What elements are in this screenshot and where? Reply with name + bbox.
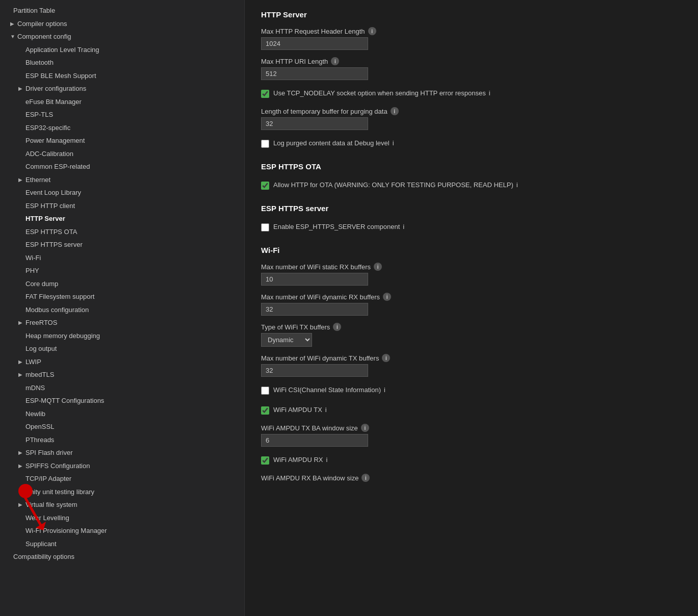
max-uri-length-info-icon[interactable]: i [331, 57, 339, 65]
sidebar-item-esp-tls[interactable]: ESP-TLS [0, 108, 244, 121]
temp-buffer-info-icon[interactable]: i [391, 107, 399, 115]
sidebar-item-heap-memory-debugging[interactable]: Heap memory debugging [0, 329, 244, 343]
sidebar-label-mdns: mDNS [25, 383, 240, 393]
sidebar-label-compatibility-options: Compatibility options [13, 552, 240, 562]
sidebar-item-component-config[interactable]: ▼Component config [0, 30, 244, 43]
wifi-ampdu-rx-ba-label: WiFi AMPDU RX BA window size i [261, 474, 682, 482]
sidebar-item-compiler-options[interactable]: ▶Compiler options [0, 17, 244, 31]
tcp-nodelay-info-icon[interactable]: i [489, 89, 490, 97]
sidebar-item-spi-flash-driver[interactable]: ▶SPI Flash driver [0, 446, 244, 459]
sidebar-item-openssl[interactable]: OpenSSL [0, 420, 244, 433]
max-uri-length-input[interactable] [261, 67, 368, 80]
sidebar-item-fat-filesystem[interactable]: FAT Filesystem support [0, 290, 244, 303]
sidebar-item-newlib[interactable]: Newlib [0, 407, 244, 421]
log-purged-row: Log purged content data at Debug level i [261, 137, 682, 150]
sidebar-item-esp-https-ota[interactable]: ESP HTTPS OTA [0, 225, 244, 239]
sidebar-item-event-loop-library[interactable]: Event Loop Library [0, 186, 244, 199]
esp-https-ota-title: ESP HTTPS OTA [261, 162, 682, 171]
sidebar-item-mdns[interactable]: mDNS [0, 381, 244, 395]
wifi-title: Wi-Fi [261, 246, 682, 254]
sidebar-item-http-server[interactable]: HTTP Server [0, 212, 244, 225]
log-purged-info-icon[interactable]: i [393, 139, 394, 147]
arrow-icon-spiffs-configuration: ▶ [18, 462, 25, 470]
max-static-rx-field: Max number of WiFi static RX buffers i [261, 263, 682, 286]
sidebar-item-mbedtls[interactable]: ▶mbedTLS [0, 368, 244, 381]
max-dynamic-tx-input[interactable] [261, 364, 368, 377]
esp-https-server-title: ESP HTTPS server [261, 204, 682, 213]
sidebar-item-esp-mqtt[interactable]: ESP-MQTT Configurations [0, 394, 244, 407]
temp-buffer-input[interactable] [261, 117, 368, 130]
enable-https-server-row: Enable ESP_HTTPS_SERVER component i [261, 221, 682, 234]
wifi-ampdu-tx-checkbox[interactable] [261, 406, 269, 415]
sidebar-item-compatibility-options[interactable]: Compatibility options [0, 550, 244, 563]
sidebar-label-esp-https-server: ESP HTTPS server [25, 240, 240, 250]
sidebar-item-supplicant[interactable]: Supplicant [0, 537, 244, 551]
type-tx-field: Type of WiFi TX buffers i Dynamic Static [261, 323, 682, 347]
sidebar-label-wifi-provisioning-manager: Wi-Fi Provisioning Manager [25, 526, 240, 536]
sidebar-item-wi-fi[interactable]: Wi-Fi [0, 251, 244, 265]
sidebar-item-modbus-configuration[interactable]: Modbus configuration [0, 303, 244, 317]
max-static-rx-info-icon[interactable]: i [374, 263, 382, 271]
sidebar-item-core-dump[interactable]: Core dump [0, 277, 244, 291]
sidebar-item-wifi-provisioning-manager[interactable]: Wi-Fi Provisioning Manager [0, 524, 244, 537]
sidebar-label-spiffs-configuration: SPIFFS Configuration [25, 461, 240, 471]
sidebar-item-bluetooth[interactable]: Bluetooth [0, 56, 244, 69]
type-tx-info-icon[interactable]: i [333, 323, 341, 331]
sidebar-label-common-esp-related: Common ESP-related [25, 162, 240, 172]
sidebar-item-unity-unit-testing[interactable]: Unity unit testing library [0, 485, 244, 499]
sidebar-item-tcp-ip-adapter[interactable]: TCP/IP Adapter [0, 472, 244, 485]
allow-http-info-icon[interactable]: i [516, 181, 518, 189]
sidebar-item-common-esp-related[interactable]: Common ESP-related [0, 160, 244, 173]
sidebar-item-lwip[interactable]: ▶LWIP [0, 355, 244, 369]
wifi-ampdu-tx-info-icon[interactable]: i [325, 406, 327, 414]
sidebar-label-heap-memory-debugging: Heap memory debugging [25, 331, 240, 341]
enable-https-server-info-icon[interactable]: i [403, 223, 404, 230]
arrow-icon-virtual-file-system: ▶ [18, 501, 25, 508]
sidebar-item-freertos[interactable]: ▶FreeRTOS [0, 316, 244, 329]
type-tx-select[interactable]: Dynamic Static [261, 333, 312, 347]
temp-buffer-field: Length of temporary buffer for purging d… [261, 107, 682, 130]
sidebar-item-phy[interactable]: PHY [0, 264, 244, 277]
sidebar-item-spiffs-configuration[interactable]: ▶SPIFFS Configuration [0, 459, 244, 473]
wifi-ampdu-tx-ba-field: WiFi AMPDU TX BA window size i [261, 424, 682, 447]
sidebar-item-virtual-file-system[interactable]: ▶Virtual file system [0, 498, 244, 511]
wifi-ampdu-rx-checkbox[interactable] [261, 456, 269, 465]
arrow-icon-mbedtls: ▶ [18, 371, 25, 378]
max-header-length-input[interactable] [261, 37, 368, 50]
sidebar-item-driver-configurations[interactable]: ▶Driver configurations [0, 82, 244, 95]
wifi-ampdu-tx-ba-info-icon[interactable]: i [361, 424, 369, 432]
log-purged-checkbox[interactable] [261, 140, 269, 148]
tcp-nodelay-checkbox[interactable] [261, 90, 269, 98]
enable-https-server-checkbox[interactable] [261, 223, 269, 232]
sidebar-item-log-output[interactable]: Log output [0, 342, 244, 355]
wifi-ampdu-tx-row: WiFi AMPDU TX i [261, 404, 682, 417]
sidebar-item-adc-calibration[interactable]: ADC-Calibration [0, 147, 244, 161]
sidebar-item-efuse-bit-manager[interactable]: eFuse Bit Manager [0, 95, 244, 109]
sidebar-label-component-config: Component config [17, 32, 240, 42]
sidebar-item-esp-ble-mesh[interactable]: ESP BLE Mesh Support [0, 69, 244, 83]
sidebar-item-esp-http-client[interactable]: ESP HTTP client [0, 199, 244, 213]
sidebar-item-power-management[interactable]: Power Management [0, 134, 244, 147]
max-dynamic-rx-input[interactable] [261, 303, 368, 316]
allow-http-checkbox[interactable] [261, 182, 269, 190]
sidebar-item-application-level-tracing[interactable]: Application Level Tracing [0, 43, 244, 57]
sidebar-item-esp32-specific[interactable]: ESP32-specific [0, 121, 244, 135]
sidebar-item-pthreads[interactable]: PThreads [0, 433, 244, 447]
sidebar-item-wear-levelling[interactable]: Wear Levelling [0, 511, 244, 525]
sidebar-item-esp-https-server[interactable]: ESP HTTPS server [0, 238, 244, 251]
wifi-ampdu-rx-ba-info-icon[interactable]: i [361, 474, 370, 482]
max-dynamic-tx-info-icon[interactable]: i [382, 354, 390, 362]
max-static-rx-input[interactable] [261, 273, 368, 286]
wifi-csi-info-icon[interactable]: i [384, 386, 385, 394]
wifi-ampdu-rx-info-icon[interactable]: i [326, 456, 328, 464]
sidebar-item-ethernet[interactable]: ▶Ethernet [0, 173, 244, 187]
allow-http-label: Allow HTTP for OTA (WARNING: ONLY FOR TE… [273, 181, 518, 189]
wifi-ampdu-tx-ba-label: WiFi AMPDU TX BA window size i [261, 424, 682, 432]
tcp-nodelay-row: Use TCP_NODELAY socket option when sendi… [261, 87, 682, 100]
wifi-csi-checkbox[interactable] [261, 387, 269, 395]
wifi-ampdu-tx-ba-input[interactable] [261, 434, 368, 447]
max-dynamic-rx-info-icon[interactable]: i [383, 293, 391, 301]
max-header-length-info-icon[interactable]: i [368, 27, 376, 35]
sidebar-item-partition-table[interactable]: Partition Table [0, 4, 244, 17]
http-server-title: HTTP Server [261, 10, 682, 19]
